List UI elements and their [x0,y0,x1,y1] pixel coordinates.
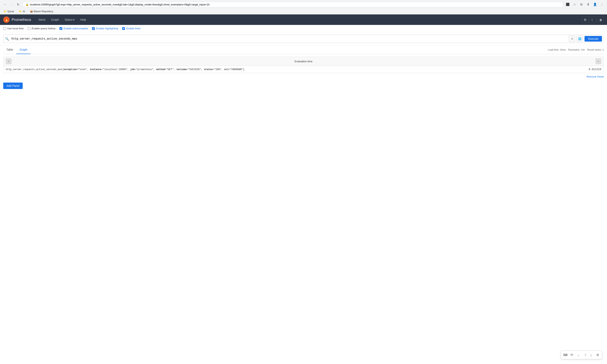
browser-nav-buttons: ← → ↻ [2,2,21,7]
nav-status-label: Status [65,18,73,21]
load-time-meta: Load time: 16ms [548,48,566,51]
eval-time-label: Evaluation time [12,60,595,63]
table-results: ‹ Evaluation time › http_server_requests… [3,57,604,73]
remove-panel-button[interactable]: Remove Panel [587,75,604,78]
dropdown-chevron-icon: ▾ [73,18,75,21]
prometheus-app: 🔥 Prometheus Alerts Graph Status ▾ Help … [0,14,607,362]
tab-table[interactable]: Table [3,46,16,54]
settings-icon-btn[interactable]: ⚙ [582,16,589,23]
metric-name: http_server_requests_active_seconds_max [6,68,62,71]
bookmark-ai-label: AI [23,10,25,13]
query-panel: 🔍 ≡ 🌐 Execute [0,32,607,46]
enable-linter-setting: Enable linter [122,27,141,30]
navbar-icons: ⚙ ☾ ◑ [582,16,604,23]
metric-labels: {exception="none", instance="localhost:1… [62,68,245,71]
url-input[interactable] [30,3,560,6]
nav-alerts[interactable]: Alerts [36,16,48,23]
search-icon: 🔍 [5,37,9,41]
nav-help[interactable]: Help [78,16,88,23]
settings-bar: Use local time Enable query history Enab… [0,25,607,32]
tab-graph[interactable]: Graph [16,46,30,54]
navbar-title: Prometheus [12,18,31,22]
address-bar[interactable]: 🔒 [23,2,563,7]
use-local-time-setting: Use local time [3,27,24,30]
folder-icon: 📁 [4,10,7,13]
panel-actions: Remove Panel [3,73,604,80]
bookmark-maven-label: Maven Repository [34,10,53,13]
use-local-time-label[interactable]: Use local time [7,27,24,30]
download-icon[interactable]: ⬇ [585,2,591,7]
enable-autocomplete-checkbox[interactable] [59,27,62,30]
execute-button[interactable]: Execute [584,36,602,42]
profile-icon[interactable]: 👤 [592,2,598,7]
eval-time-prev-button[interactable]: ‹ [6,58,12,64]
folder-icon: 📁 [19,10,22,13]
menu-icon[interactable]: ⋮ [599,2,605,7]
enable-highlighting-setting: Enable highlighting [92,27,118,30]
float-settings-icon[interactable]: ⚙ [595,352,600,358]
float-chinese-icon[interactable]: 中 [569,352,575,358]
bookmark-star-icon[interactable]: ☆ [572,2,577,7]
query-input-actions: ≡ 🌐 [569,36,583,42]
add-panel-button[interactable]: Add Panel [3,83,23,89]
extensions-icon[interactable]: ⧉ [579,2,584,7]
navbar: 🔥 Prometheus Alerts Graph Status ▾ Help … [0,14,607,25]
result-metric: http_server_requests_active_seconds_max{… [6,68,585,71]
float-keyboard-icon[interactable]: ⌨ [563,352,568,358]
enable-autocomplete-label[interactable]: Enable autocomplete [64,27,88,30]
nav-status[interactable]: Status ▾ [62,16,77,23]
prometheus-logo: 🔥 [3,16,10,23]
enable-linter-checkbox[interactable] [122,27,125,30]
back-button[interactable]: ← [2,2,8,7]
results-header: Table Graph Load time: 16ms Resolution: … [3,46,604,54]
query-input[interactable] [11,36,567,41]
format-query-button[interactable]: ≡ [569,36,575,42]
floating-toolbar: ⌨ 中 ·↓ ☽ ⌂ ⚙ [561,351,602,359]
bookmark-ai[interactable]: 📁 AI [18,10,26,13]
bookmark-qunar[interactable]: 📁 Qunar [2,10,15,13]
translate-icon[interactable]: ⬛ [565,2,570,7]
browser-actions: ⬛ ☆ ⧉ ⬇ 👤 ⋮ [565,2,605,7]
results-panel: Table Graph Load time: 16ms Resolution: … [0,46,607,80]
float-home-icon[interactable]: ⌂ [588,352,594,358]
table-row: http_server_requests_active_seconds_max{… [3,66,604,73]
float-punctuation-icon[interactable]: ·↓ [575,352,581,358]
result-value: 0.011319 [585,68,601,71]
enable-linter-label[interactable]: Enable linter [126,27,141,30]
enable-autocomplete-setting: Enable autocomplete [59,27,88,30]
contrast-icon-btn[interactable]: ◑ [597,16,604,23]
result-series-meta: Result series: 1 [587,48,604,51]
lock-icon: 🔒 [26,3,29,6]
navbar-brand: 🔥 Prometheus [3,16,31,23]
browser-chrome: ← → ↻ 🔒 ⬛ ☆ ⧉ ⬇ 👤 ⋮ 📁 Qunar 📁 AI 📦 Maven… [0,0,607,14]
reload-button[interactable]: ↻ [15,2,21,7]
bookmark-qunar-label: Qunar [7,10,14,13]
forward-button[interactable]: → [9,2,14,7]
results-meta: Load time: 16ms Resolution: 14s Result s… [548,47,604,53]
tabs: Table Graph [3,46,30,54]
bookmark-maven[interactable]: 📦 Maven Repository [29,10,54,13]
resolution-meta: Resolution: 14s [568,48,585,51]
browser-toolbar: ← → ↻ 🔒 ⬛ ☆ ⧉ ⬇ 👤 ⋮ [0,0,607,9]
bookmarks-bar: 📁 Qunar 📁 AI 📦 Maven Repository [0,9,607,14]
enable-query-history-setting: Enable query history [28,27,56,30]
metrics-explorer-button[interactable]: 🌐 [577,36,583,42]
nav-graph[interactable]: Graph [49,16,62,23]
enable-highlighting-checkbox[interactable] [92,27,95,30]
eval-time-row: ‹ Evaluation time › [3,57,604,66]
package-icon: 📦 [30,10,33,13]
enable-query-history-checkbox[interactable] [28,27,30,30]
dark-mode-icon-btn[interactable]: ☾ [589,16,596,23]
float-moon-icon[interactable]: ☽ [582,352,588,358]
enable-highlighting-label[interactable]: Enable highlighting [96,27,118,30]
query-input-row: 🔍 ≡ 🌐 Execute [3,35,604,43]
enable-query-history-label[interactable]: Enable query history [32,27,56,30]
use-local-time-checkbox[interactable] [3,27,6,30]
eval-time-next-button[interactable]: › [595,58,601,64]
navbar-links: Alerts Graph Status ▾ Help [36,16,88,23]
